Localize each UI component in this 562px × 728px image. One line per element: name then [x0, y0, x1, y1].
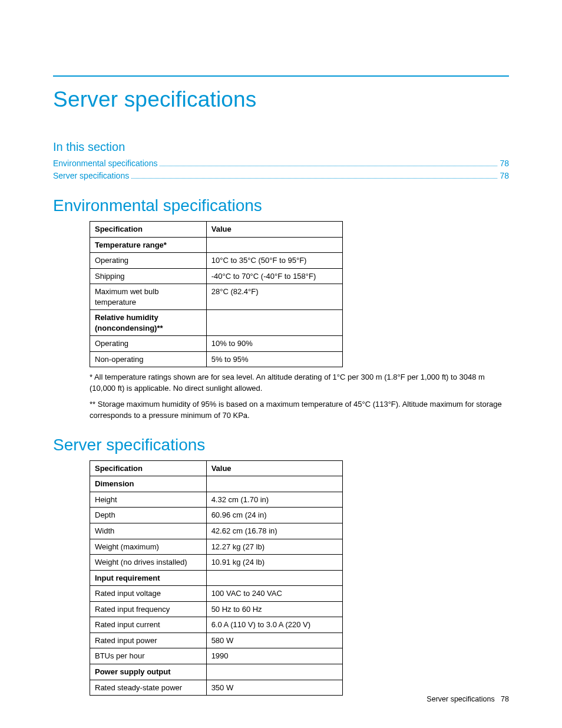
- table-header-row: Specification Value: [90, 460, 343, 476]
- footnote-temperature: * All temperature ratings shown are for …: [90, 372, 509, 394]
- cell-spec: Rated steady-state power: [90, 680, 207, 696]
- page-footer: Server specifications 78: [427, 695, 509, 703]
- col-spec: Specification: [90, 460, 207, 476]
- cell-value: [206, 664, 342, 680]
- cell-spec: Rated input power: [90, 633, 207, 648]
- footer-page: 78: [501, 695, 509, 703]
- cell-spec: Input requirement: [90, 570, 207, 586]
- cell-value: 12.27 kg (27 lb): [206, 539, 342, 555]
- table-row: Rated input power580 W: [90, 633, 343, 648]
- cell-spec: Operating: [90, 336, 207, 352]
- cell-value: 10% to 90%: [206, 336, 342, 352]
- col-value: Value: [206, 222, 342, 238]
- toc-item-environmental[interactable]: Environmental specifications 78: [53, 157, 509, 170]
- table-row: Temperature range*: [90, 237, 343, 253]
- page: Server specifications In this section En…: [0, 0, 562, 728]
- col-spec: Specification: [90, 222, 207, 238]
- cell-spec: Non-operating: [90, 351, 207, 367]
- table-row: Operating10°C to 35°C (50°F to 95°F): [90, 253, 343, 269]
- cell-value: 5% to 95%: [206, 351, 342, 367]
- cell-spec: Rated input frequency: [90, 601, 207, 617]
- table-row: Width42.62 cm (16.78 in): [90, 523, 343, 539]
- table-row: Rated input frequency50 Hz to 60 Hz: [90, 601, 343, 617]
- cell-value: [206, 476, 342, 492]
- cell-spec: Width: [90, 523, 207, 539]
- cell-spec: BTUs per hour: [90, 648, 207, 664]
- table-row: Non-operating5% to 95%: [90, 351, 343, 367]
- cell-value: 350 W: [206, 680, 342, 696]
- footer-label: Server specifications: [427, 695, 494, 703]
- cell-spec: Depth: [90, 508, 207, 523]
- toc-page: 78: [500, 157, 509, 170]
- environmental-block: Specification Value Temperature range* O…: [90, 221, 509, 421]
- cell-value: 6.0 A (110 V) to 3.0 A (220 V): [206, 617, 342, 633]
- cell-spec: Maximum wet bulb temperature: [90, 284, 207, 310]
- col-value: Value: [206, 460, 342, 476]
- server-block: Specification Value Dimension Height4.32…: [90, 460, 509, 696]
- top-rule: [53, 75, 509, 77]
- cell-value: -40°C to 70°C (-40°F to 158°F): [206, 268, 342, 284]
- cell-spec: Rated input current: [90, 617, 207, 633]
- cell-value: [206, 237, 342, 253]
- cell-value: 50 Hz to 60 Hz: [206, 601, 342, 617]
- environmental-specifications-heading: Environmental specifications: [53, 196, 509, 215]
- table-row: Shipping-40°C to 70°C (-40°F to 158°F): [90, 268, 343, 284]
- cell-spec: Dimension: [90, 476, 207, 492]
- table-row: Rated input voltage100 VAC to 240 VAC: [90, 586, 343, 602]
- table-row: Weight (no drives installed)10.91 kg (24…: [90, 555, 343, 571]
- toc: Environmental specifications 78 Server s…: [53, 157, 509, 182]
- server-specifications-heading: Server specifications: [53, 436, 509, 454]
- table-row: Depth60.96 cm (24 in): [90, 508, 343, 523]
- table-row: Weight (maximum)12.27 kg (27 lb): [90, 539, 343, 555]
- cell-value: 42.62 cm (16.78 in): [206, 523, 342, 539]
- cell-value: 580 W: [206, 633, 342, 648]
- toc-page: 78: [500, 170, 509, 182]
- toc-item-server[interactable]: Server specifications 78: [53, 170, 509, 182]
- cell-value: 10°C to 35°C (50°F to 95°F): [206, 253, 342, 269]
- cell-spec: Weight (maximum): [90, 539, 207, 555]
- toc-label: Environmental specifications: [53, 157, 157, 170]
- table-row: Rated steady-state power350 W: [90, 680, 343, 696]
- cell-spec: Power supply output: [90, 664, 207, 680]
- cell-value: [206, 570, 342, 586]
- table-row: Input requirement: [90, 570, 343, 586]
- table-row: Height4.32 cm (1.70 in): [90, 492, 343, 508]
- table-header-row: Specification Value: [90, 222, 343, 238]
- toc-leader: [131, 178, 497, 179]
- server-table: Specification Value Dimension Height4.32…: [90, 460, 343, 696]
- table-row: Dimension: [90, 476, 343, 492]
- footnote-humidity: ** Storage maximum humidity of 95% is ba…: [90, 399, 509, 421]
- table-row: Maximum wet bulb temperature28°C (82.4°F…: [90, 284, 343, 310]
- table-row: BTUs per hour1990: [90, 648, 343, 664]
- cell-value: 100 VAC to 240 VAC: [206, 586, 342, 602]
- cell-spec: Weight (no drives installed): [90, 555, 207, 571]
- cell-value: 10.91 kg (24 lb): [206, 555, 342, 571]
- toc-label: Server specifications: [53, 170, 129, 182]
- cell-value: 1990: [206, 648, 342, 664]
- environmental-table: Specification Value Temperature range* O…: [90, 221, 343, 367]
- cell-spec: Temperature range*: [90, 237, 207, 253]
- table-row: Rated input current6.0 A (110 V) to 3.0 …: [90, 617, 343, 633]
- cell-spec: Height: [90, 492, 207, 508]
- table-row: Operating10% to 90%: [90, 336, 343, 352]
- cell-value: 60.96 cm (24 in): [206, 508, 342, 523]
- in-this-section-heading: In this section: [53, 140, 509, 154]
- cell-spec: Relative humidity (noncondensing)**: [90, 310, 207, 336]
- cell-spec: Rated input voltage: [90, 586, 207, 602]
- cell-spec: Shipping: [90, 268, 207, 284]
- page-title: Server specifications: [53, 87, 509, 112]
- cell-spec: Operating: [90, 253, 207, 269]
- cell-value: 4.32 cm (1.70 in): [206, 492, 342, 508]
- cell-value: 28°C (82.4°F): [206, 284, 342, 310]
- table-row: Relative humidity (noncondensing)**: [90, 310, 343, 336]
- table-row: Power supply output: [90, 664, 343, 680]
- cell-value: [206, 310, 342, 336]
- toc-leader: [160, 166, 497, 166]
